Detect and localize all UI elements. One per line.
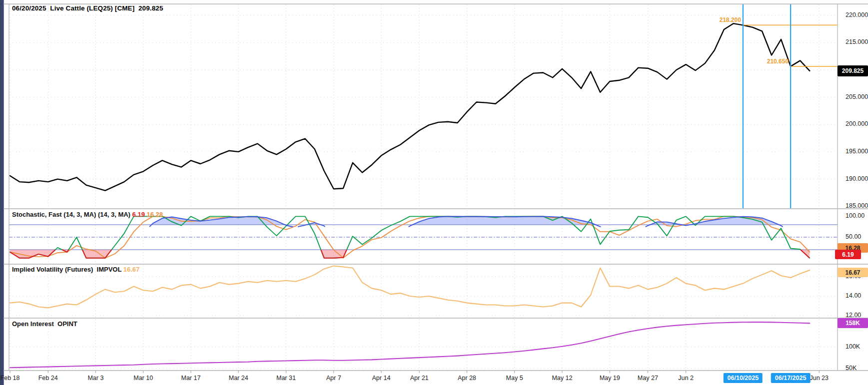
last-price-badge: 209.825	[838, 65, 868, 76]
x-axis-label: Mar 10	[133, 375, 153, 382]
date-marker-badge: 06/17/2025	[771, 373, 811, 383]
stoch-k-badge: 6.19	[835, 250, 861, 259]
chart-date: 06/20/2025	[12, 4, 46, 12]
x-axis-label: May 5	[506, 375, 523, 382]
impvol-axis-label: 14.00	[846, 292, 861, 299]
x-axis-label: Mar 3	[87, 375, 103, 382]
x-axis-label: Mar 24	[229, 375, 248, 382]
x-axis-label: Apr 14	[372, 375, 391, 382]
page-background	[0, 0, 868, 385]
open-interest-axis-label: 50K	[846, 365, 857, 372]
chart-last-price: 209.825	[138, 4, 163, 12]
trading-chart: 06/20/2025 Live Cattle (LEQ25) [CME] 209…	[0, 0, 868, 385]
stoch-axis-label: 50.00	[846, 233, 861, 240]
x-axis-label: May 19	[600, 375, 620, 382]
price-axis-label: 195.000	[846, 148, 868, 155]
x-axis-label: Mar 31	[276, 375, 296, 382]
x-axis-label: Apr 21	[410, 375, 429, 382]
stochastic-d-value: 16.28	[147, 211, 163, 218]
x-axis-label: Apr 7	[326, 375, 341, 382]
impvol-badge: 16.67	[838, 268, 868, 277]
chart-symbol: Live Cattle (LEQ25) [CME]	[50, 4, 134, 12]
x-axis-label: Jun 23	[810, 375, 829, 382]
x-axis-label: Jun 2	[678, 375, 694, 382]
impvol-axis-label: 12.00	[846, 312, 861, 319]
stoch-oversold-fill	[321, 250, 347, 258]
x-axis-label: Apr 28	[458, 375, 476, 382]
impvol-panel-label: Implied Volatility (Futures) IMPVOL 16.6…	[12, 266, 139, 273]
low-marker-label: 210.650	[767, 58, 789, 65]
x-axis-label: May 27	[638, 375, 658, 382]
price-axis-label: 220.000	[846, 11, 868, 18]
chart-title: 06/20/2025 Live Cattle (LEQ25) [CME] 209…	[12, 4, 163, 12]
x-axis-label: Feb 24	[38, 375, 58, 382]
stochastic-k-value: 6.19	[132, 211, 145, 218]
stoch-axis-label: 100.00	[846, 212, 865, 219]
open-interest-panel-label: Open Interest OPINT	[12, 320, 77, 328]
price-axis-label: 205.000	[846, 93, 868, 100]
stochastic-panel-label: Stochastic, Fast (14, 3, MA) (14, 3, MA)…	[12, 211, 163, 218]
high-marker-label: 218.200	[719, 16, 741, 23]
date-marker-badge: 06/10/2025	[724, 373, 763, 383]
price-axis-label: 215.000	[846, 38, 868, 45]
price-axis-label: 190.000	[846, 175, 868, 182]
open-interest-badge: 158K	[838, 318, 868, 328]
impvol-value: 16.67	[123, 266, 140, 273]
x-axis-label: May 12	[552, 375, 572, 382]
price-axis-label: 185.000	[846, 202, 868, 209]
chart-canvas[interactable]	[0, 0, 868, 385]
open-interest-axis-label: 100K	[846, 343, 860, 350]
price-axis-label: 200.000	[846, 120, 868, 127]
left-border-strip	[0, 0, 3, 385]
x-axis-label: Mar 17	[181, 375, 200, 382]
x-axis-label: Feb 18	[0, 375, 20, 382]
